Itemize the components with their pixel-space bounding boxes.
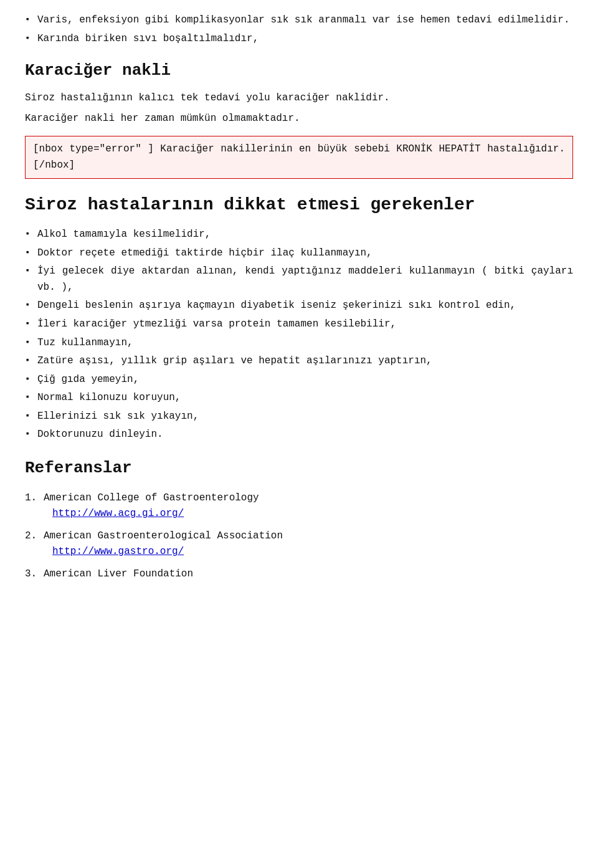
siroz-bullet-10: Ellerinizi sık sık yıkayın,: [25, 409, 573, 425]
error-box-text: [nbox type="error" ] Karaciğer nakilleri…: [33, 143, 565, 171]
reference-3: 3. American Liver Foundation: [25, 566, 573, 583]
reference-1: 1. American College of Gastroenterology …: [25, 490, 573, 522]
siroz-bullet-8: Çiğ gıda yemeyin,: [25, 372, 573, 388]
references-section: Referanslar 1. American College of Gastr…: [25, 455, 573, 583]
reference-2: 2. American Gastroenterological Associat…: [25, 528, 573, 560]
ref-number-3: 3.: [25, 566, 37, 583]
ref-link-2[interactable]: http://www.gastro.org/: [44, 544, 573, 560]
karaciger-text-2: Karaciğer nakli her zaman mümkün olmamak…: [25, 111, 573, 127]
siroz-heading: Siroz hastalarının dikkat etmesi gereken…: [25, 191, 573, 219]
ref-text-1: American College of Gastroenterology: [44, 490, 573, 507]
siroz-bullet-5: İleri karaciğer ytmezliği varsa protein …: [25, 317, 573, 333]
siroz-bullet-7: Zatüre aşısı, yıllık grip aşıları ve hep…: [25, 353, 573, 370]
siroz-bullet-3: İyi gelecek diye aktardan alınan, kendi …: [25, 264, 573, 295]
intro-bullet-2: Karında biriken sıvı boşaltılmalıdır,: [25, 31, 573, 47]
siroz-bullet-4: Dengeli beslenin aşırıya kaçmayın diyabe…: [25, 298, 573, 314]
siroz-bullet-6: Tuz kullanmayın,: [25, 335, 573, 351]
ref-number-2: 2.: [25, 528, 37, 545]
siroz-bullet-9: Normal kilonuzu koruyun,: [25, 390, 573, 406]
karaciger-nakli-heading: Karaciğer nakli: [25, 58, 573, 84]
ref-number-1: 1.: [25, 490, 37, 507]
main-content: Varis, enfeksiyon gibi komplikasyonlar s…: [25, 12, 573, 583]
ref-text-3: American Liver Foundation: [44, 566, 573, 583]
karaciger-text-1: Siroz hastalığının kalıcı tek tedavi yol…: [25, 90, 573, 107]
intro-bullet-list: Varis, enfeksiyon gibi komplikasyonlar s…: [25, 12, 573, 47]
intro-bullet-1: Varis, enfeksiyon gibi komplikasyonlar s…: [25, 12, 573, 29]
siroz-bullet-1: Alkol tamamıyla kesilmelidir,: [25, 227, 573, 243]
ref-text-2: American Gastroenterological Association: [44, 528, 573, 545]
siroz-bullet-list: Alkol tamamıyla kesilmelidir, Doktor reç…: [25, 227, 573, 443]
references-heading: Referanslar: [25, 455, 573, 482]
siroz-bullet-11: Doktorunuzu dinleyin.: [25, 427, 573, 443]
references-list: 1. American College of Gastroenterology …: [25, 490, 573, 583]
ref-link-1[interactable]: http://www.acg.gi.org/: [44, 506, 573, 522]
error-box: [nbox type="error" ] Karaciğer nakilleri…: [25, 136, 573, 179]
siroz-bullet-2: Doktor reçete etmediği taktirde hiçbir i…: [25, 246, 573, 262]
